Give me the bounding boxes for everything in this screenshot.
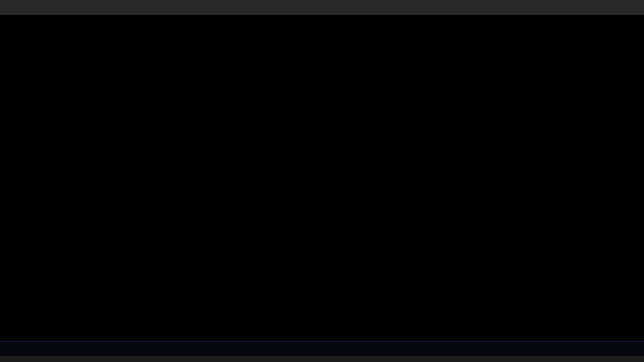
oscilloscope-screen <box>0 0 644 362</box>
scope-plot-grid[interactable] <box>0 0 644 362</box>
status-bar <box>0 356 644 362</box>
menu-bar <box>0 0 644 15</box>
measure-table <box>0 342 644 356</box>
